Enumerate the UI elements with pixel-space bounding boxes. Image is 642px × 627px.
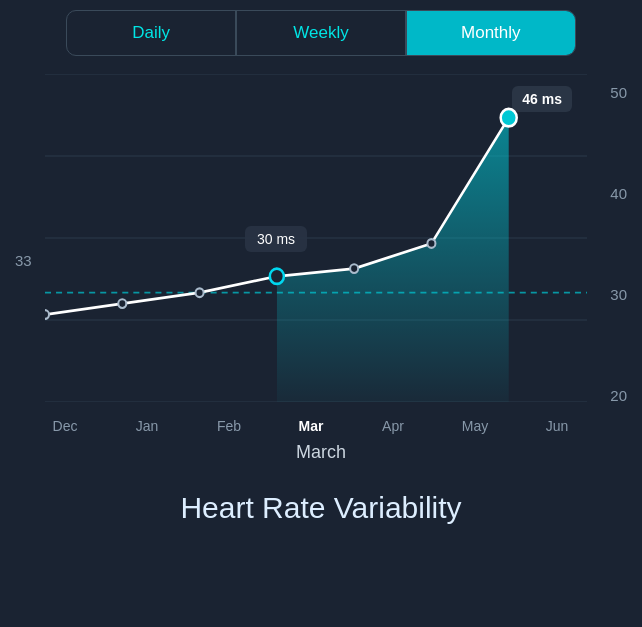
y-label-50: 50 [610,84,627,101]
x-axis-labels: Dec Jan Feb Mar Apr May Jun [35,418,587,434]
tab-row: Daily Weekly Monthly [66,10,576,56]
svg-point-11 [350,264,358,273]
tooltip-30ms: 30 ms [245,226,307,252]
y-label-40: 40 [610,185,627,202]
y-label-30: 30 [610,286,627,303]
chart-svg [45,74,587,402]
main-container: Daily Weekly Monthly 33 46 ms [0,0,642,627]
month-label: March [296,442,346,463]
y-label-20: 20 [610,387,627,404]
x-label-mar: Mar [281,418,341,434]
x-label-may: May [445,418,505,434]
x-label-feb: Feb [199,418,259,434]
svg-point-13 [501,109,517,126]
x-label-dec: Dec [35,418,95,434]
y-left-label: 33 [15,252,32,269]
x-label-apr: Apr [363,418,423,434]
tab-monthly[interactable]: Monthly [407,11,575,55]
svg-point-12 [427,239,435,248]
svg-point-8 [118,299,126,308]
page-title: Heart Rate Variability [180,491,461,525]
tab-weekly[interactable]: Weekly [237,11,405,55]
x-label-jun: Jun [527,418,587,434]
y-axis-labels: 50 40 30 20 [589,74,627,434]
chart-wrapper: 33 46 ms [15,74,627,434]
x-label-jan: Jan [117,418,177,434]
svg-point-10 [270,269,284,284]
tab-daily[interactable]: Daily [67,11,235,55]
svg-point-7 [45,310,49,319]
svg-point-9 [196,288,204,297]
